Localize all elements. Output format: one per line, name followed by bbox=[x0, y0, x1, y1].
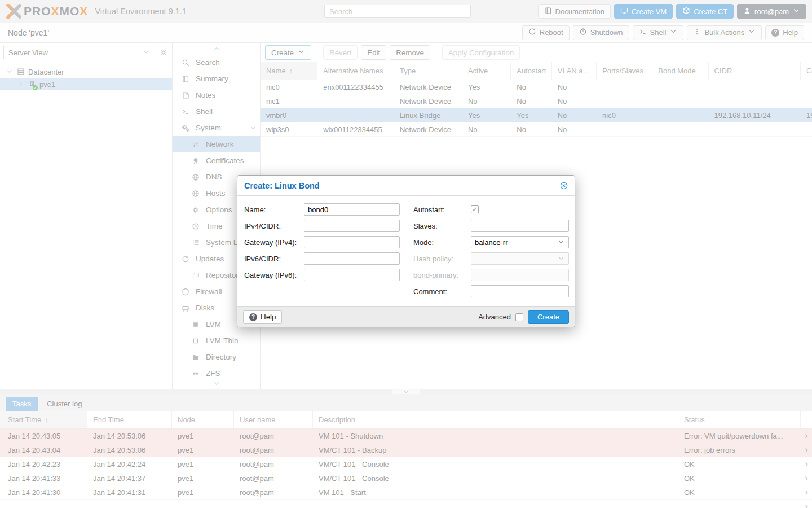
dialog-header: Create: Linux Bond bbox=[237, 176, 575, 196]
bond-primary-field bbox=[471, 269, 569, 281]
ipv6-cidr-field[interactable] bbox=[304, 252, 400, 265]
gateway-ipv6-label: Gateway (IPv6): bbox=[244, 271, 304, 279]
dialog-footer: ? Help Advanced Create bbox=[237, 306, 575, 327]
bond-primary-label: bond-primary: bbox=[413, 271, 471, 279]
mode-label: Mode: bbox=[413, 238, 471, 247]
gateway-ipv6-field[interactable] bbox=[304, 269, 400, 281]
mode-select[interactable]: balance-rr bbox=[471, 236, 569, 248]
chevron-down-icon bbox=[557, 255, 565, 262]
ipv4-cidr-field[interactable] bbox=[304, 220, 400, 232]
hash-policy-select bbox=[471, 252, 569, 265]
ipv4-cidr-label: IPv4/CIDR: bbox=[244, 222, 304, 230]
hash-policy-label: Hash policy: bbox=[413, 255, 471, 263]
dialog-help-button[interactable]: ? Help bbox=[243, 310, 282, 324]
autostart-checkbox[interactable]: ✓ bbox=[471, 205, 479, 213]
advanced-checkbox[interactable] bbox=[515, 313, 523, 321]
chevron-down-icon bbox=[557, 238, 565, 246]
dialog-right-column: Autostart: ✓ Slaves: Mode: balance-rr Ha… bbox=[413, 203, 569, 297]
mode-value: balance-rr bbox=[475, 238, 508, 247]
name-label: Name: bbox=[244, 205, 304, 214]
slaves-label: Slaves: bbox=[413, 222, 471, 230]
dialog-title: Create: Linux Bond bbox=[244, 181, 320, 190]
comment-field[interactable] bbox=[471, 285, 569, 297]
autostart-label: Autostart: bbox=[413, 205, 471, 214]
close-icon[interactable] bbox=[560, 182, 568, 190]
create-linux-bond-dialog: Create: Linux Bond Name: IPv4/CIDR: Gate… bbox=[237, 175, 575, 327]
dialog-help-label: Help bbox=[261, 313, 276, 321]
dialog-create-button[interactable]: Create bbox=[528, 310, 569, 324]
gateway-ipv4-label: Gateway (IPv4): bbox=[244, 238, 304, 247]
slaves-field[interactable] bbox=[471, 220, 569, 232]
comment-label: Comment: bbox=[413, 287, 471, 296]
name-field[interactable] bbox=[304, 203, 400, 216]
advanced-label: Advanced bbox=[478, 313, 511, 321]
dialog-left-column: Name: IPv4/CIDR: Gateway (IPv4): IPv6/CI… bbox=[244, 203, 400, 297]
ipv6-cidr-label: IPv6/CIDR: bbox=[244, 255, 304, 263]
proxmox-app: PROXMOX Virtual Environment 9.1.1 Docume… bbox=[0, 0, 812, 508]
gateway-ipv4-field[interactable] bbox=[304, 236, 400, 248]
question-icon: ? bbox=[249, 313, 257, 321]
